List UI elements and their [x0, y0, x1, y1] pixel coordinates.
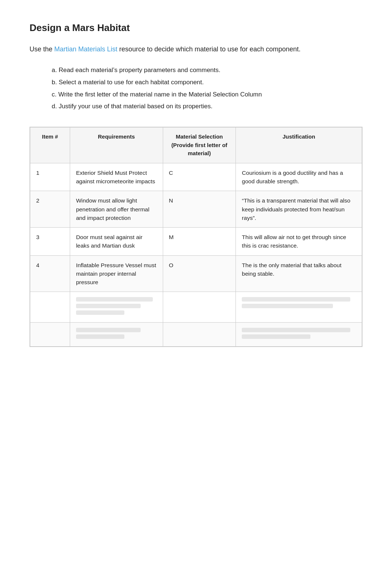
intro-text-after: resource to decide which material to use…: [117, 45, 300, 53]
row2-justification: “This is a transparent material that wil…: [236, 191, 362, 228]
row3-material: M: [163, 228, 236, 256]
row2-item: 2: [30, 191, 70, 228]
table-row: 2 Window must allow light penetration an…: [30, 191, 362, 228]
row1-requirements: Exterior Shield Must Protect against mic…: [70, 163, 163, 191]
instruction-d: d. Justify your use of that material bas…: [52, 101, 362, 112]
row3-requirements: Door must seal against air leaks and Mar…: [70, 228, 163, 256]
row1-justification: Couriosium is a good ductility and has a…: [236, 163, 362, 191]
instructions-list: a. Read each material’s property paramet…: [52, 65, 362, 112]
row5-requirements: [70, 292, 163, 323]
header-requirements: Requirements: [70, 127, 163, 163]
row3-justification: This will allow air not to get through s…: [236, 228, 362, 256]
habitat-table-container: Item # Requirements Material Selection (…: [30, 127, 362, 347]
instruction-c: c. Write the first letter of the materia…: [52, 89, 362, 100]
table-row: [30, 292, 362, 323]
row2-material: N: [163, 191, 236, 228]
row6-justification: [236, 323, 362, 347]
row2-requirements: Window must allow light penetration and …: [70, 191, 163, 228]
row5-item: [30, 292, 70, 323]
header-material-selection: Material Selection (Provide first letter…: [163, 127, 236, 163]
intro-text-before: Use the: [30, 45, 54, 53]
row5-material: [163, 292, 236, 323]
martian-materials-link[interactable]: Martian Materials List: [54, 45, 117, 53]
row1-item: 1: [30, 163, 70, 191]
row4-requirements: Inflatable Pressure Vessel must maintain…: [70, 255, 163, 292]
row6-requirements: [70, 323, 163, 347]
habitat-table: Item # Requirements Material Selection (…: [30, 127, 362, 347]
header-item: Item #: [30, 127, 70, 163]
intro-paragraph: Use the Martian Materials List resource …: [30, 44, 362, 55]
row5-justification: [236, 292, 362, 323]
table-row: 4 Inflatable Pressure Vessel must mainta…: [30, 255, 362, 292]
instruction-b: b. Select a material to use for each hab…: [52, 77, 362, 88]
table-row: 1 Exterior Shield Must Protect against m…: [30, 163, 362, 191]
row3-item: 3: [30, 228, 70, 256]
row6-material: [163, 323, 236, 347]
row1-material: C: [163, 163, 236, 191]
header-justification: Justification: [236, 127, 362, 163]
instruction-a: a. Read each material’s property paramet…: [52, 65, 362, 76]
row4-material: O: [163, 255, 236, 292]
table-header-row: Item # Requirements Material Selection (…: [30, 127, 362, 163]
page-title: Design a Mars Habitat: [30, 22, 362, 34]
row4-item: 4: [30, 255, 70, 292]
row6-item: [30, 323, 70, 347]
table-row: 3 Door must seal against air leaks and M…: [30, 228, 362, 256]
table-row: [30, 323, 362, 347]
row4-justification: The is the only material that talks abou…: [236, 255, 362, 292]
